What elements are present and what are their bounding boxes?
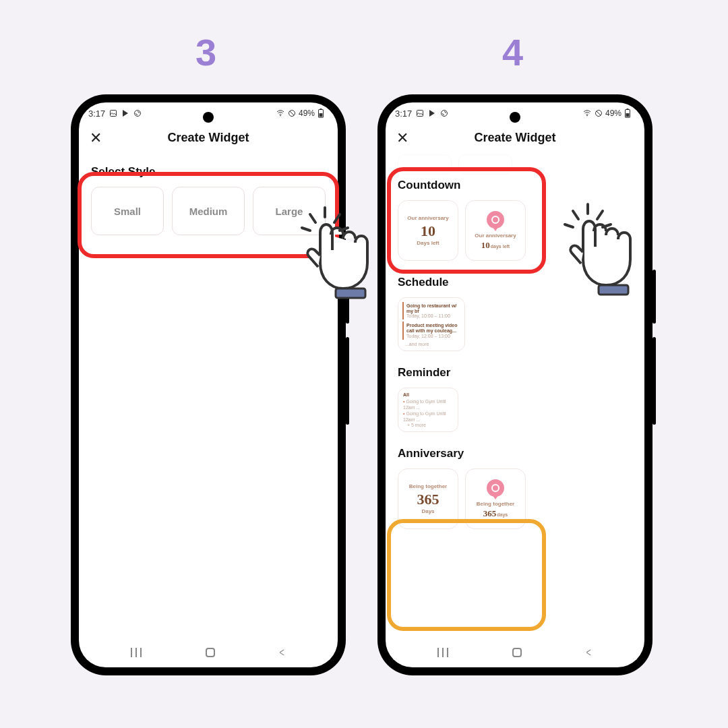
android-nav-bar: < xyxy=(79,638,338,667)
widget-unit: Days xyxy=(421,508,434,514)
widget-unit: days xyxy=(497,512,508,517)
battery-text: 49% xyxy=(299,109,315,118)
volume-button xyxy=(346,337,349,425)
power-button xyxy=(346,270,349,324)
status-time: 3:17 xyxy=(395,109,412,119)
svg-point-9 xyxy=(586,115,587,116)
anniversary-widget-2[interactable]: Being together 365 days xyxy=(465,468,526,529)
widget-unit: days left xyxy=(491,244,510,249)
svg-point-1 xyxy=(135,111,141,117)
battery-icon xyxy=(317,109,324,118)
nav-recents[interactable] xyxy=(131,648,142,657)
phone-frame: 3:17 49% ✕ Create Widget Countdown xyxy=(377,94,653,675)
countdown-widget-2[interactable]: Our anniversary 10 days left xyxy=(465,200,526,261)
widget-number: 10 xyxy=(421,222,435,240)
rosette-icon xyxy=(487,211,504,229)
schedule-heading: Schedule xyxy=(398,276,632,289)
header: ✕ Create Widget xyxy=(386,124,644,154)
rosette-icon xyxy=(487,479,504,497)
nav-back[interactable]: < xyxy=(586,646,591,660)
widget-number: 365 xyxy=(417,491,439,508)
battery-icon xyxy=(624,109,631,118)
step-number-4: 4 xyxy=(502,30,523,74)
sync-icon xyxy=(133,109,142,117)
schedule-item-title: Product meeting video call with my coule… xyxy=(406,323,458,333)
reminder-heading: Reminder xyxy=(398,366,632,380)
wifi-icon xyxy=(582,109,592,117)
close-button[interactable]: ✕ xyxy=(90,129,102,147)
close-button[interactable]: ✕ xyxy=(396,129,408,147)
phone-screen: 3:17 49% ✕ Create Widget Select Style Sm… xyxy=(79,102,338,667)
svg-point-2 xyxy=(280,115,280,116)
play-store-icon xyxy=(121,109,129,117)
wifi-icon xyxy=(276,109,285,117)
style-large[interactable]: Large xyxy=(253,187,326,235)
widget-title: Being together xyxy=(477,501,514,507)
header: ✕ Create Widget xyxy=(79,124,338,154)
widget-title: Our anniversary xyxy=(407,215,448,221)
style-options: Small Medium Large xyxy=(91,187,326,235)
countdown-widget-1[interactable]: Our anniversary 10 Days left xyxy=(398,200,458,261)
nav-recents[interactable] xyxy=(437,648,448,657)
widget-title: Being together xyxy=(409,483,447,489)
widget-number: 10 xyxy=(481,240,490,251)
nav-back[interactable]: < xyxy=(280,646,284,660)
header-title: Create Widget xyxy=(90,131,327,145)
gallery-icon xyxy=(109,109,117,117)
step-number-3: 3 xyxy=(195,30,216,74)
reminder-item: Going to Gym Until 12am ... xyxy=(403,411,453,423)
do-not-disturb-icon xyxy=(288,109,296,117)
gallery-icon xyxy=(416,109,424,117)
battery-text: 49% xyxy=(605,109,621,118)
anniversary-widget-1[interactable]: Being together 365 Days xyxy=(398,468,458,529)
reminder-item: Going to Gym Until 12am ... xyxy=(403,398,453,411)
front-camera xyxy=(203,112,214,123)
style-small[interactable]: Small xyxy=(91,187,164,235)
anniversary-heading: Anniversary xyxy=(398,447,632,460)
android-nav-bar: < xyxy=(386,638,644,667)
svg-rect-13 xyxy=(626,113,630,117)
style-medium[interactable]: Medium xyxy=(172,187,245,235)
play-store-icon xyxy=(428,109,436,117)
front-camera xyxy=(510,112,520,123)
widget-title: Our anniversary xyxy=(475,233,516,239)
countdown-heading: Countdown xyxy=(398,179,632,192)
reminder-more: + 5 more xyxy=(403,423,453,427)
schedule-item-time: Today, 10:00 – 11:00 xyxy=(406,313,458,318)
select-style-heading: Select Style xyxy=(91,165,326,179)
schedule-item-title: Going to restaurant w/ my bf xyxy=(406,303,458,313)
nav-home[interactable] xyxy=(206,648,215,657)
volume-button xyxy=(653,337,656,425)
svg-rect-5 xyxy=(320,109,322,109)
svg-point-8 xyxy=(442,111,448,117)
widget-unit: Days left xyxy=(417,240,439,246)
widget-number: 365 xyxy=(483,508,497,519)
svg-rect-6 xyxy=(320,113,323,117)
svg-rect-12 xyxy=(627,109,629,109)
reminder-widget[interactable]: All Going to Gym Until 12am ... Going to… xyxy=(398,388,458,432)
schedule-widget[interactable]: Going to restaurant w/ my bf Today, 10:0… xyxy=(398,297,465,351)
do-not-disturb-icon xyxy=(595,109,603,117)
header-title: Create Widget xyxy=(396,131,634,145)
sync-icon xyxy=(440,109,448,117)
status-time: 3:17 xyxy=(88,109,105,119)
phone-frame: 3:17 49% ✕ Create Widget Select Style Sm… xyxy=(71,94,346,675)
schedule-more: ...and more xyxy=(402,342,460,346)
phone-screen: 3:17 49% ✕ Create Widget Countdown xyxy=(386,102,644,667)
schedule-item-time: Today, 12:00 – 13:00 xyxy=(406,334,458,338)
nav-home[interactable] xyxy=(512,648,522,657)
power-button xyxy=(653,270,656,324)
reminder-title: All xyxy=(403,392,453,397)
prev-section-peek xyxy=(398,154,632,175)
